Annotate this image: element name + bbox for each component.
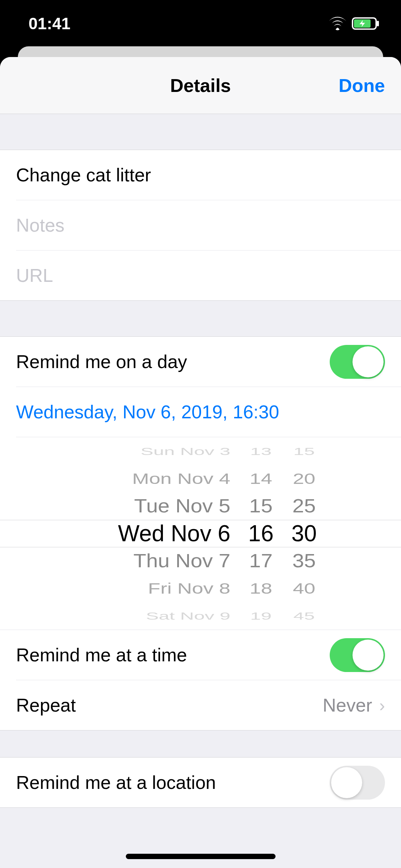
nav-bar: Details Done (0, 57, 401, 114)
remind-day-row: Remind me on a day (0, 337, 401, 387)
wifi-icon (329, 17, 346, 30)
remind-location-toggle[interactable] (330, 766, 385, 800)
svg-rect-1 (377, 21, 379, 26)
status-bar: 01:41 (0, 0, 401, 47)
repeat-label: Repeat (16, 694, 76, 716)
date-time-picker[interactable]: Sun Nov 3 Mon Nov 4 Tue Nov 5 Wed Nov 6 … (0, 437, 401, 630)
remind-time-toggle[interactable] (330, 638, 385, 672)
title-field[interactable]: Change cat litter (0, 150, 401, 200)
notes-placeholder: Notes (16, 215, 65, 236)
remind-location-label: Remind me at a location (16, 772, 216, 793)
alarm-date-display: Wednesday, Nov 6, 2019, 16:30 (16, 401, 279, 423)
remind-day-label: Remind me on a day (16, 351, 187, 372)
notes-field[interactable]: Notes (0, 200, 401, 250)
section-gap (0, 114, 401, 150)
picker-hour-column[interactable]: 13 14 15 16 17 18 19 (248, 438, 273, 630)
repeat-row[interactable]: Repeat Never › (0, 680, 401, 730)
url-field[interactable]: URL (0, 250, 401, 300)
day-remind-group: Remind me on a day Wednesday, Nov 6, 201… (0, 336, 401, 730)
remind-day-toggle[interactable] (330, 345, 385, 379)
remind-time-row: Remind me at a time (0, 630, 401, 680)
page-title: Details (170, 75, 231, 96)
repeat-value: Never (323, 694, 372, 716)
remind-location-row: Remind me at a location (0, 758, 401, 807)
details-sheet: Details Done Change cat litter Notes URL… (0, 57, 401, 868)
picker-minute-column[interactable]: 15 20 25 30 35 40 45 (292, 438, 317, 630)
status-time: 01:41 (29, 14, 71, 33)
url-placeholder: URL (16, 265, 53, 286)
chevron-right-icon: › (379, 696, 385, 715)
location-remind-group: Remind me at a location (0, 757, 401, 808)
title-input-text: Change cat litter (16, 164, 151, 186)
reminder-info-group: Change cat litter Notes URL (0, 150, 401, 301)
alarm-date-row[interactable]: Wednesday, Nov 6, 2019, 16:30 (0, 387, 401, 437)
picker-date-column[interactable]: Sun Nov 3 Mon Nov 4 Tue Nov 5 Wed Nov 6 … (84, 438, 230, 630)
section-gap (0, 301, 401, 336)
status-icons (329, 17, 380, 30)
home-indicator[interactable] (126, 854, 276, 859)
section-gap (0, 730, 401, 757)
battery-charging-icon (352, 17, 380, 30)
remind-time-label: Remind me at a time (16, 644, 187, 666)
done-button[interactable]: Done (339, 75, 385, 96)
